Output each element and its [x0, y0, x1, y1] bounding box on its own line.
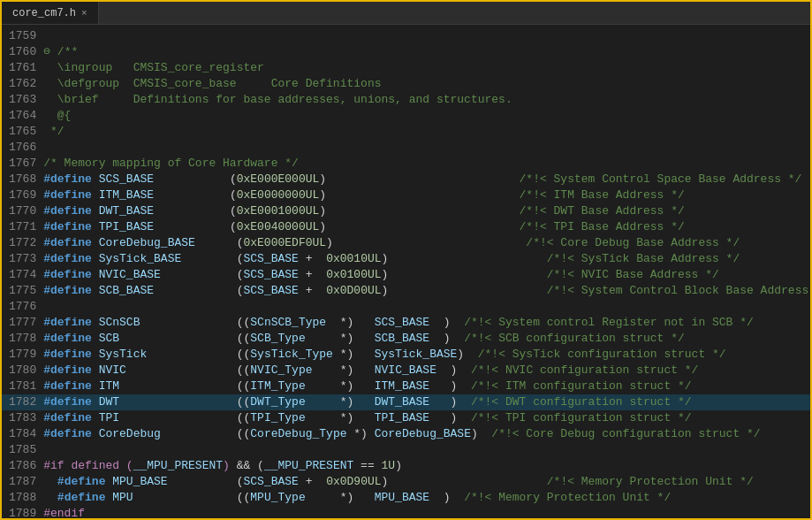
code-token: /*!< DWT configuration struct */ [471, 395, 692, 409]
line-number: 1771 [9, 219, 43, 235]
code-token: #define [43, 395, 92, 409]
code-token: __MPU_PRESENT [264, 459, 353, 472]
file-tab-label: core_cm7.h [12, 7, 76, 19]
code-token [92, 236, 99, 249]
code-token: (( [119, 395, 250, 409]
code-token: /*!< SysTick Base Address */ [547, 252, 740, 265]
line-content [43, 28, 810, 44]
code-token: ) [382, 252, 547, 265]
code-token: #define [43, 363, 92, 377]
code-token: /*!< TPI Base Address */ [520, 220, 685, 233]
line-number: 1759 [9, 28, 43, 44]
code-token: SCB [99, 332, 119, 345]
code-token: ) [382, 475, 547, 488]
code-editor[interactable]: 1759 1760⊖ /**1761 \ingroup CMSIS_core_r… [2, 25, 810, 518]
code-token: MPU [112, 491, 133, 504]
code-token [92, 252, 99, 265]
code-token: #define [43, 252, 92, 265]
code-token: SCB_BASE [99, 284, 154, 297]
code-token: DWT [99, 395, 119, 409]
table-row: 1763 \brief Definitions for base address… [2, 92, 810, 108]
code-token: ) [319, 188, 519, 202]
table-row: 1760⊖ /** [2, 44, 810, 60]
code-token: /*!< SysTick configuration struct */ [478, 348, 726, 361]
table-row: 1777#define SCnSCB ((SCnSCB_Type *) SCS_… [2, 315, 810, 331]
code-token: #define [57, 491, 106, 504]
code-token: #define [43, 379, 92, 393]
line-number: 1778 [9, 331, 43, 347]
line-content: #define NVIC_BASE (SCS_BASE + 0x0100UL) … [43, 267, 810, 283]
code-token: /*!< NVIC Base Address */ [547, 268, 719, 281]
line-content: \brief Definitions for base addresses, u… [43, 92, 810, 108]
code-token: SysTick_BASE [375, 348, 458, 361]
editor-area: 1759 1760⊖ /**1761 \ingroup CMSIS_core_r… [2, 25, 810, 518]
line-number: 1768 [9, 172, 43, 187]
code-token: *) [306, 411, 375, 424]
table-row: 1769#define ITM_BASE (0xE0000000UL) /*!<… [2, 187, 810, 203]
code-token: 0xE0040000UL [237, 220, 320, 233]
line-content: #define ITM_BASE (0xE0000000UL) /*!< ITM… [43, 187, 810, 203]
code-token: #define [43, 332, 92, 345]
code-token: ) [429, 332, 464, 345]
code-token: /*!< SCB configuration struct */ [464, 332, 685, 345]
code-token: CoreDebug_BASE [99, 236, 195, 249]
code-token: SCS_BASE [243, 252, 298, 265]
code-token: 0xE0000000UL [237, 188, 320, 202]
code-token: DWT_BASE [375, 395, 429, 409]
code-token: #define [43, 268, 92, 281]
close-tab-button[interactable]: × [81, 8, 87, 19]
code-token: \brief Definitions for base addresses, u… [43, 93, 512, 106]
line-number: 1776 [9, 299, 43, 315]
line-content: #define CoreDebug_BASE (0xE000EDF0UL) /*… [43, 235, 810, 251]
code-token: SCS_BASE [244, 475, 299, 488]
line-content: #define MPU_BASE (SCS_BASE + 0x0D90UL) /… [43, 474, 810, 490]
code-token: \ingroup CMSIS_core_register [43, 61, 264, 74]
line-number: 1760 [9, 44, 43, 60]
code-token: DWT_BASE [99, 204, 154, 218]
code-token: /*!< ITM configuration struct */ [471, 379, 692, 393]
code-token: (( [161, 427, 250, 440]
code-token: MPU_BASE [375, 491, 429, 504]
line-number: 1773 [9, 251, 43, 267]
tab-bar: core_cm7.h × [2, 2, 810, 25]
code-token: 0xE0001000UL [237, 204, 320, 218]
code-token: ) [395, 459, 402, 472]
code-token: ) [382, 268, 547, 281]
line-number: 1782 [9, 394, 43, 410]
line-content: ⊖ /** [43, 44, 810, 60]
table-row: 1784#define CoreDebug ((CoreDebug_Type *… [2, 426, 810, 442]
table-row: 1767/* Memory mapping of Core Hardware *… [2, 156, 810, 172]
line-number: 1774 [9, 267, 43, 283]
code-token: == [353, 459, 381, 472]
line-number: 1762 [9, 76, 43, 92]
code-token [92, 332, 99, 345]
line-content: #define TPI ((TPI_Type *) TPI_BASE ) /*!… [43, 410, 810, 426]
code-token: ) [429, 316, 464, 329]
line-number: 1780 [9, 363, 43, 379]
code-token: 1U [382, 459, 396, 472]
code-token: ITM_BASE [99, 188, 154, 202]
code-token [92, 204, 99, 218]
line-content: */ [43, 124, 810, 140]
code-token: ITM_Type [250, 379, 305, 393]
table-row: 1782#define DWT ((DWT_Type *) DWT_BASE )… [2, 394, 810, 410]
code-token: 0xE000EDF0UL [243, 236, 326, 249]
code-token: SysTick_Type [250, 348, 333, 361]
code-token: /*!< TPI configuration struct */ [471, 411, 692, 424]
line-number: 1764 [9, 108, 43, 124]
table-row: 1770#define DWT_BASE (0xE0001000UL) /*!<… [2, 203, 810, 219]
file-tab[interactable]: core_cm7.h × [2, 2, 99, 24]
line-number: 1783 [9, 410, 43, 426]
line-content: #define NVIC ((NVIC_Type *) NVIC_BASE ) … [43, 363, 810, 379]
line-content [43, 442, 810, 458]
code-token: /*!< NVIC configuration struct */ [471, 363, 698, 377]
code-token: *) [306, 379, 375, 393]
code-token: (( [119, 332, 250, 345]
code-token: #define [43, 411, 92, 424]
code-token: */ [43, 125, 64, 138]
code-token: /*!< ITM Base Address */ [520, 188, 685, 202]
code-token [92, 220, 99, 233]
code-token: ( [154, 172, 237, 186]
code-token: /*!< Memory Protection Unit */ [547, 475, 754, 488]
code-token: ⊖ /** [43, 45, 78, 58]
